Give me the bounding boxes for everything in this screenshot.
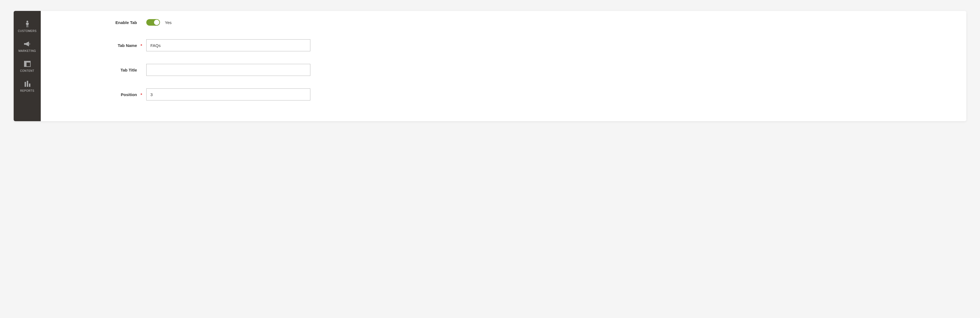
svg-rect-3 (24, 63, 27, 66)
enable-tab-toggle-wrap: Yes (146, 19, 172, 26)
admin-panel: CUSTOMERS MARKETING CONTENT (14, 11, 966, 121)
position-row: Position * (57, 89, 950, 100)
megaphone-icon (24, 40, 31, 48)
tab-title-row: Tab Title (57, 64, 950, 76)
sidebar-item-label: REPORTS (20, 89, 35, 92)
admin-sidebar: CUSTOMERS MARKETING CONTENT (14, 11, 41, 121)
sidebar-item-reports[interactable]: REPORTS (14, 76, 41, 96)
svg-rect-5 (27, 81, 28, 87)
tab-name-label: Tab Name (57, 43, 139, 48)
sidebar-item-marketing[interactable]: MARKETING (14, 36, 41, 56)
enable-tab-value-label: Yes (165, 20, 172, 25)
form-content: Enable Tab Yes Tab Name * Tab Title Posi… (41, 11, 966, 121)
tab-name-input[interactable] (146, 39, 310, 51)
enable-tab-toggle[interactable] (146, 19, 160, 26)
svg-rect-2 (24, 61, 30, 63)
sidebar-item-customers[interactable]: CUSTOMERS (14, 16, 41, 36)
toggle-knob (154, 20, 159, 25)
tab-title-input[interactable] (146, 64, 310, 76)
enable-tab-row: Enable Tab Yes (57, 19, 950, 26)
tab-name-row: Tab Name * (57, 39, 950, 51)
enable-tab-label: Enable Tab (57, 20, 139, 25)
sidebar-item-content[interactable]: CONTENT (14, 56, 41, 76)
required-mark: * (139, 43, 143, 48)
bar-chart-icon (24, 80, 30, 88)
sidebar-item-label: CUSTOMERS (18, 30, 37, 32)
tab-title-label: Tab Title (57, 68, 139, 72)
position-input[interactable] (146, 89, 310, 100)
sidebar-item-label: MARKETING (19, 49, 36, 52)
svg-rect-4 (25, 82, 26, 87)
svg-rect-6 (29, 84, 30, 87)
sidebar-item-label: CONTENT (20, 69, 35, 72)
person-icon (25, 20, 30, 28)
layout-icon (24, 60, 30, 68)
required-mark: * (139, 92, 143, 97)
svg-point-0 (26, 21, 28, 22)
position-label: Position (57, 92, 139, 97)
